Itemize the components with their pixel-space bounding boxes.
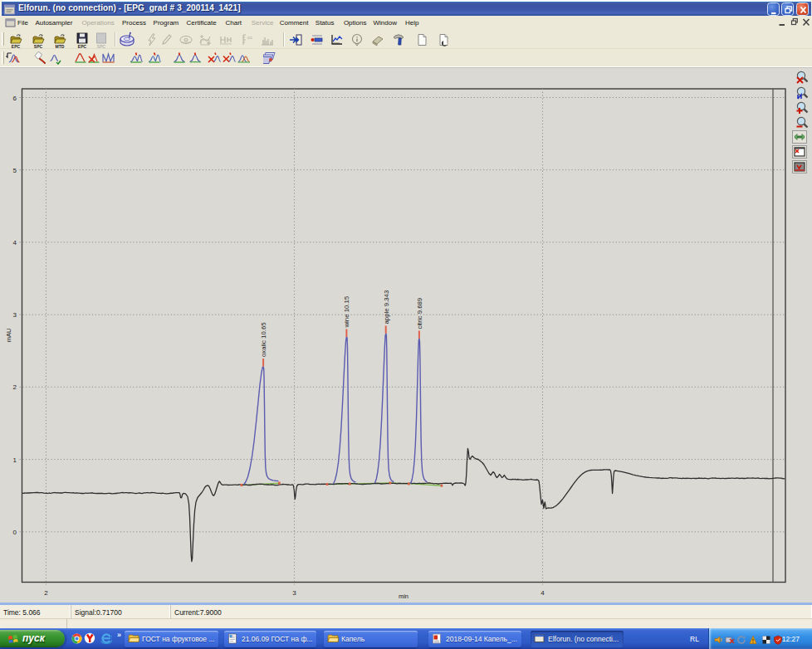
svg-text:0: 0 (13, 529, 17, 536)
svg-text:apple 9.343: apple 9.343 (383, 290, 390, 324)
svg-text:MTD: MTD (56, 44, 65, 49)
svg-text:EPC: EPC (12, 44, 21, 49)
svg-text:cc: cc (247, 35, 252, 40)
svg-text:wine 10.15: wine 10.15 (343, 295, 350, 328)
svg-text:6: 6 (13, 95, 17, 102)
svg-text:s: s (446, 41, 448, 46)
svg-text:citric 9.689: citric 9.689 (416, 298, 423, 329)
svg-text:mAU: mAU (5, 329, 12, 343)
svg-text:min: min (399, 593, 408, 600)
svg-text:oxalic 10.65: oxalic 10.65 (260, 322, 267, 357)
svg-text:3: 3 (13, 311, 17, 319)
svg-text:4: 4 (541, 589, 545, 597)
svg-text:1: 1 (13, 456, 17, 464)
svg-text:SPC: SPC (33, 44, 42, 49)
svg-text:3: 3 (292, 589, 296, 597)
svg-text:2: 2 (13, 383, 17, 391)
svg-text:SPC: SPC (97, 44, 106, 49)
svg-text:EPC: EPC (77, 44, 86, 49)
svg-text:2: 2 (44, 589, 48, 597)
svg-text:4: 4 (13, 239, 17, 246)
svg-text:5: 5 (13, 167, 17, 174)
